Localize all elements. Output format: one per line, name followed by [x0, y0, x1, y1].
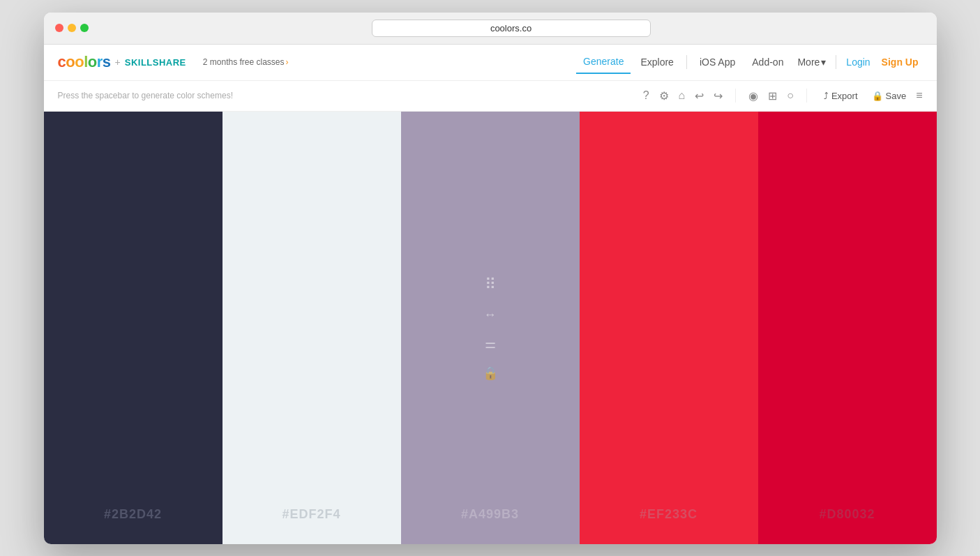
lock-icon[interactable]: 🔒 [483, 365, 498, 380]
color-swatch-2[interactable]: #EDF2F4 [223, 112, 401, 544]
plus-sign: + [115, 57, 121, 68]
save-button[interactable]: 🔒 Save [872, 91, 907, 101]
close-button[interactable] [55, 24, 63, 32]
undo-icon[interactable]: ↩ [695, 89, 704, 103]
toolbar: Press the spacebar to generate color sch… [44, 81, 937, 112]
nav-right: Generate Explore iOS App Add-on More ▾ L… [576, 50, 922, 74]
skillshare-logo[interactable]: SKILLSHARE [125, 57, 186, 68]
toolbar-separator [735, 89, 736, 103]
color-hex-2: #EDF2F4 [282, 507, 340, 522]
nav-divider-2 [836, 55, 836, 69]
toolbar-icons: ? ⚙ ⌂ ↩ ↪ ◉ ⊞ ○ ⤴ Export 🔒 Save ≡ [643, 88, 923, 104]
browser-window: coolors.co coolors + SKILLSHARE 2 months… [44, 13, 937, 544]
color-hex-5: #D80032 [819, 507, 875, 522]
color-hex-1: #2B2D42 [104, 507, 162, 522]
color-hex-3: #A499B3 [461, 507, 519, 522]
share-icon: ⤴ [824, 91, 829, 101]
swatch-3-icons: ⠿ ↔ ⚌ 🔒 [483, 275, 498, 380]
save-label: Save [886, 91, 907, 101]
toolbar-separator-2 [806, 89, 807, 103]
nav-explore[interactable]: Explore [633, 51, 680, 73]
grid-icon[interactable]: ⊞ [768, 89, 777, 103]
eye-icon[interactable]: ◉ [748, 89, 758, 103]
nav-generate[interactable]: Generate [576, 50, 631, 74]
logo-area: coolors + SKILLSHARE [58, 53, 186, 71]
adjust-icon[interactable]: ⚌ [485, 336, 496, 351]
address-bar[interactable]: coolors.co [372, 20, 651, 37]
hint-text: Press the spacebar to generate color sch… [58, 91, 643, 100]
nav-signup[interactable]: Sign Up [877, 51, 923, 73]
more-label: More [797, 57, 820, 68]
more-arrow: ▾ [821, 57, 826, 68]
export-button[interactable]: ⤴ Export [820, 88, 862, 104]
minimize-button[interactable] [68, 24, 76, 32]
circle-icon[interactable]: ○ [787, 89, 794, 102]
color-palette: #2B2D42 #EDF2F4 ⠿ ↔ ⚌ 🔒 #A499B3 #EF233C … [44, 112, 937, 544]
resize-icon[interactable]: ↔ [484, 307, 497, 322]
color-swatch-5[interactable]: #D80032 [758, 112, 937, 544]
save-lock-icon: 🔒 [872, 91, 883, 101]
color-swatch-3[interactable]: ⠿ ↔ ⚌ 🔒 #A499B3 [401, 112, 580, 544]
settings-icon[interactable]: ⚙ [659, 89, 669, 103]
nav-login[interactable]: Login [842, 51, 874, 73]
nav-ios-app[interactable]: iOS App [693, 51, 742, 73]
nav-more-dropdown[interactable]: More ▾ [793, 51, 830, 73]
home-icon[interactable]: ⌂ [679, 89, 686, 102]
maximize-button[interactable] [80, 24, 89, 32]
color-swatch-4[interactable]: #EF233C [580, 112, 758, 544]
nav-divider [686, 55, 687, 69]
promo-text[interactable]: 2 months free classes [203, 57, 285, 67]
nav-add-on[interactable]: Add-on [745, 51, 790, 73]
color-hex-4: #EF233C [640, 507, 698, 522]
color-swatch-1[interactable]: #2B2D42 [44, 112, 223, 544]
help-icon[interactable]: ? [643, 89, 649, 102]
drag-icon[interactable]: ⠿ [485, 275, 496, 293]
logo[interactable]: coolors [58, 53, 111, 71]
traffic-lights [55, 24, 89, 32]
hamburger-icon[interactable]: ≡ [916, 89, 922, 102]
nav-bar: coolors + SKILLSHARE 2 months free class… [44, 45, 937, 81]
title-bar: coolors.co [44, 13, 937, 45]
export-label: Export [831, 91, 858, 101]
redo-icon[interactable]: ↪ [714, 89, 723, 103]
promo-arrow: › [286, 57, 289, 67]
